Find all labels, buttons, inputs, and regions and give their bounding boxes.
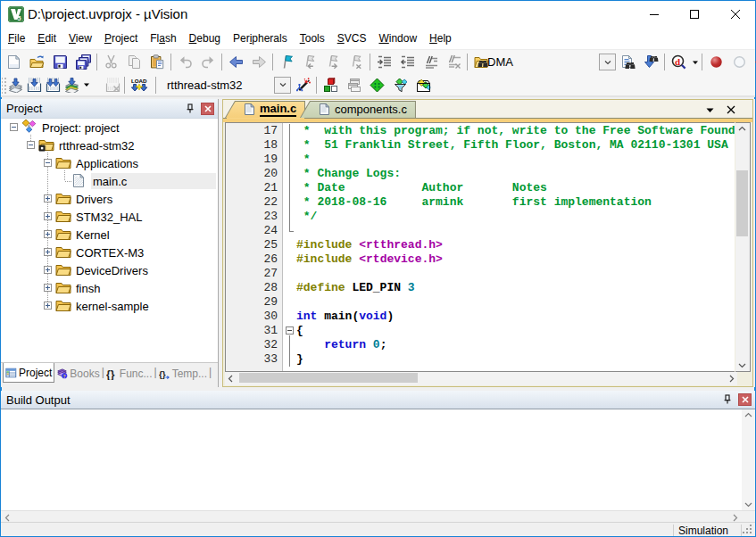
expand-box-kernel[interactable]: [44, 230, 52, 238]
build-button[interactable]: [25, 75, 44, 95]
new-file-button[interactable]: [2, 53, 25, 72]
expand-box-stm32-hal[interactable]: [44, 212, 52, 220]
bo-scroll-down-arrow[interactable]: [744, 500, 752, 508]
indent-button[interactable]: [372, 53, 395, 72]
tree-item-stm32-hal[interactable]: STM32_HAL: [55, 208, 142, 226]
menu-file[interactable]: File: [2, 29, 31, 47]
menu-flash[interactable]: Flash: [144, 29, 182, 47]
toggle-bookmark-button[interactable]: [275, 53, 298, 72]
copy-button[interactable]: [122, 53, 145, 72]
pin-icon[interactable]: [183, 102, 197, 116]
target-combo-dropdown[interactable]: [274, 77, 291, 94]
collapse-box-rtthread-stm32[interactable]: [27, 141, 35, 149]
collapse-box-project-project[interactable]: [10, 123, 18, 131]
file-extensions-button[interactable]: [342, 75, 365, 95]
uncomment-button[interactable]: [442, 53, 465, 72]
menu-debug[interactable]: Debug: [183, 29, 227, 47]
panel-tab-project[interactable]: Project: [3, 363, 54, 383]
collapse-box-applications[interactable]: [44, 159, 52, 167]
clear-bookmarks-button[interactable]: [345, 53, 368, 72]
open-file-button[interactable]: [25, 53, 48, 72]
menu-window[interactable]: Window: [372, 29, 423, 47]
target-select-combobox[interactable]: rtthread-stm32: [158, 76, 291, 94]
cut-button[interactable]: [99, 53, 122, 72]
pack-installer-button[interactable]: [411, 75, 435, 95]
scroll-down-arrow[interactable]: [738, 361, 746, 369]
menu-tools[interactable]: Tools: [294, 29, 331, 47]
bo-scroll-up-arrow[interactable]: [744, 411, 752, 419]
menu-project[interactable]: Project: [98, 29, 144, 47]
document-list-caret[interactable]: [702, 103, 717, 117]
expand-box-cortex-m3[interactable]: [44, 248, 52, 256]
tree-item-devicedrivers[interactable]: DeviceDrivers: [55, 261, 148, 279]
manage-project-items-button[interactable]: [319, 75, 342, 95]
fold-collapse-box[interactable]: [286, 326, 294, 335]
maximize-button[interactable]: [675, 1, 715, 28]
close-document-button[interactable]: [724, 103, 738, 117]
options-for-target-button[interactable]: [291, 75, 314, 95]
find-in-document-button[interactable]: [616, 53, 639, 72]
build-output-vscrollbar[interactable]: [742, 409, 755, 510]
insert-breakpoint-button[interactable]: [704, 53, 727, 72]
editor-tab-main-c[interactable]: main.c: [225, 101, 305, 118]
outdent-button[interactable]: [395, 53, 419, 72]
clear-breakpoints-button[interactable]: [751, 53, 756, 72]
menu-svcs[interactable]: SVCS: [331, 29, 373, 47]
save-button[interactable]: [48, 53, 71, 72]
download-button[interactable]: [127, 75, 154, 95]
expand-box-kernel-sample[interactable]: [44, 302, 52, 310]
navigate-back-button[interactable]: [224, 53, 247, 72]
expand-box-devicedrivers[interactable]: [44, 266, 52, 274]
panel-tab-func-[interactable]: Func...: [104, 363, 154, 384]
editor-vscroll-thumb[interactable]: [736, 170, 748, 236]
bo-scroll-left-arrow[interactable]: [4, 514, 12, 522]
tree-item-project-project[interactable]: Project: project: [21, 119, 120, 136]
editor-hscroll-thumb[interactable]: [239, 373, 418, 383]
expand-box-drivers[interactable]: [44, 194, 52, 202]
target-select-value[interactable]: rtthread-stm32: [158, 76, 274, 94]
save-all-button[interactable]: [71, 53, 95, 72]
translate-button[interactable]: [6, 75, 25, 95]
scroll-up-arrow[interactable]: [738, 125, 746, 133]
redo-button[interactable]: [196, 53, 220, 72]
rebuild-button[interactable]: [44, 75, 62, 95]
tree-item-drivers[interactable]: Drivers: [55, 190, 112, 208]
tree-item-applications[interactable]: Applications: [55, 154, 138, 172]
navigate-forward-button[interactable]: [247, 53, 270, 72]
minimize-button[interactable]: [635, 1, 675, 28]
build-output-content[interactable]: [1, 409, 755, 510]
disable-breakpoint-button[interactable]: [727, 53, 751, 72]
panel-tab-temp-[interactable]: Temp...: [157, 363, 209, 384]
editor-vertical-scrollbar[interactable]: [735, 122, 751, 372]
editor-tab-components-c[interactable]: components.c: [300, 101, 416, 118]
code-editor[interactable]: 1718192021222324252627282930313233 * wit…: [225, 122, 735, 372]
batch-build-button[interactable]: [62, 75, 81, 95]
tree-item-cortex-m3[interactable]: CORTEX-M3: [55, 244, 144, 261]
panel-tab-books[interactable]: Books: [54, 363, 101, 384]
build-output-pin-icon[interactable]: [720, 392, 735, 407]
tree-item-finsh[interactable]: finsh: [55, 279, 100, 297]
close-button[interactable]: [715, 1, 755, 28]
next-bookmark-button[interactable]: [321, 53, 345, 72]
incremental-find-button[interactable]: [639, 53, 662, 72]
expand-box-finsh[interactable]: [44, 284, 52, 292]
scroll-left-arrow[interactable]: [227, 375, 235, 383]
paste-button[interactable]: [145, 53, 169, 72]
menu-peripherals[interactable]: Peripherals: [227, 29, 294, 47]
comment-button[interactable]: [419, 53, 442, 72]
code-text[interactable]: * with this program; if not, write to th…: [296, 123, 735, 371]
previous-bookmark-button[interactable]: [298, 53, 321, 72]
menu-view[interactable]: View: [62, 29, 98, 47]
find-text-combobox[interactable]: DMA: [487, 54, 616, 71]
find-text-value[interactable]: DMA: [487, 54, 599, 71]
project-panel-close-button[interactable]: [201, 103, 214, 115]
bo-scroll-right-arrow[interactable]: [731, 514, 739, 522]
find-combo-dropdown[interactable]: [599, 54, 616, 70]
build-output-close-button[interactable]: [738, 393, 752, 406]
editor-horizontal-scrollbar[interactable]: [225, 372, 737, 385]
tree-item-main-c[interactable]: main.c: [72, 172, 127, 190]
menu-help[interactable]: Help: [423, 29, 458, 47]
batch-build-caret[interactable]: [81, 75, 91, 95]
resize-grip[interactable]: [743, 525, 753, 535]
debug-dropdown-caret[interactable]: [690, 53, 700, 72]
